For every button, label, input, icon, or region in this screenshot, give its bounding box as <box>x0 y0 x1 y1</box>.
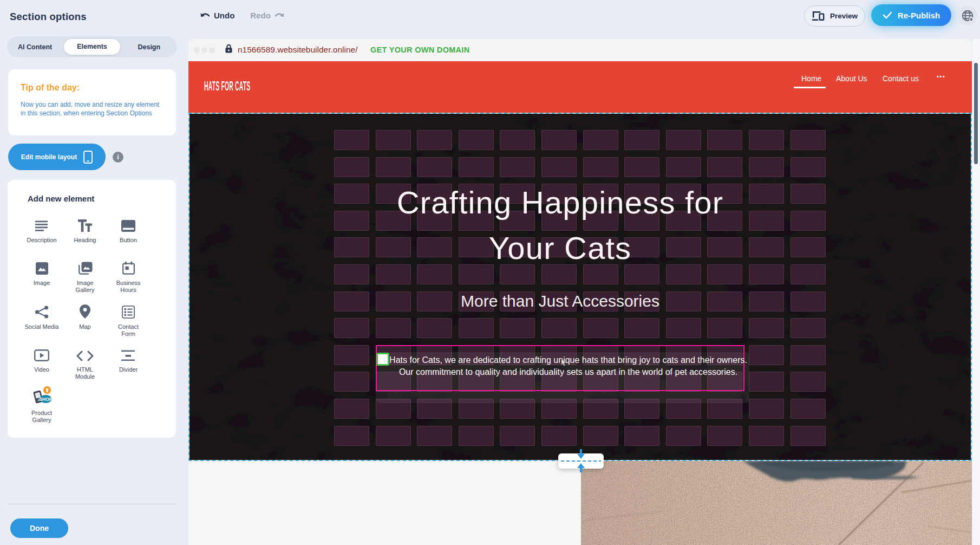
svg-text:SHOP: SHOP <box>39 397 52 402</box>
